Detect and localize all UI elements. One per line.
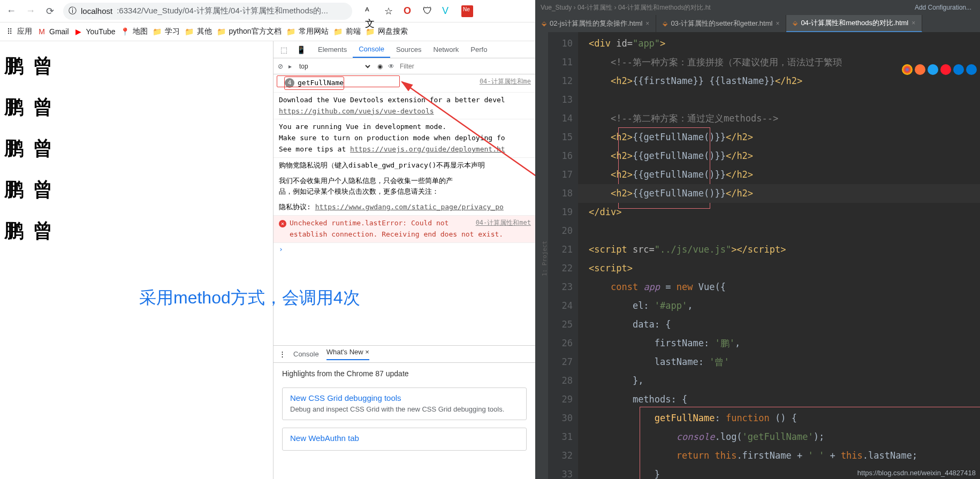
close-icon[interactable]: ×	[365, 348, 369, 356]
breadcrumb[interactable]: Vue_Study › 04-计算属性 › 04-计算属性和methods的对比…	[541, 3, 711, 12]
tab-label: 03-计算属性的setter和getter.html	[671, 19, 772, 28]
context-selector[interactable]: top	[297, 62, 372, 71]
code-line[interactable]: <script src="../js/vue.js"></script>	[578, 240, 980, 259]
code-line[interactable]: data: {	[578, 315, 980, 334]
editor-tab[interactable]: ⬙02-js计算属性的复杂操作.html×	[535, 15, 656, 32]
devtools-link[interactable]: https://github.com/vuejs/vue-devtools	[279, 107, 434, 115]
eye-icon[interactable]: 👁	[388, 63, 394, 70]
drawer-tab-console[interactable]: Console	[293, 350, 319, 358]
ext-ne-icon[interactable]: Ne	[461, 5, 473, 17]
output-heading: 鹏 曾	[4, 177, 269, 203]
deployment-link[interactable]: https://vuejs.org/guide/deployment.ht	[350, 145, 505, 153]
code-line[interactable]: getFullName: function () {	[578, 409, 980, 428]
line-number: 22	[551, 259, 573, 278]
bookmark-label: YouTube	[86, 27, 116, 36]
folder-icon: 📁	[366, 27, 375, 36]
line-number: 31	[551, 428, 573, 446]
devtools-tab-perfo[interactable]: Perfo	[465, 41, 493, 58]
filter-input[interactable]	[400, 63, 531, 70]
drawer-menu-icon[interactable]: ⋮	[279, 350, 286, 358]
whatsnew-card[interactable]: New CSS Grid debugging toolsDebug and in…	[282, 387, 527, 420]
editor-tab[interactable]: ⬙03-计算属性的setter和getter.html×	[656, 15, 786, 32]
error-source-link[interactable]: 04-计算属性和met	[476, 218, 531, 228]
translate-icon[interactable]: ᴬ文	[365, 5, 377, 17]
code-line[interactable]: <h2>{{getFullName()}}</h2>	[578, 128, 980, 147]
code-line[interactable]: console.log('getFullName');	[578, 428, 980, 446]
run-config-selector[interactable]: Add Configuration...	[911, 4, 975, 11]
line-number: 23	[551, 278, 573, 296]
bookmark-item[interactable]: 📁前端	[334, 27, 361, 36]
ext-v-icon[interactable]: V	[442, 5, 454, 17]
url-path: :63342/Vue_Study/04-计算属性/04-计算属性和methods…	[117, 6, 328, 16]
code-line[interactable]: <h2>{{getFullName()}}</h2>	[578, 184, 980, 203]
code-line[interactable]: <div id="app">	[578, 34, 980, 53]
bookmark-star-icon[interactable]: ☆	[384, 5, 396, 17]
code-line[interactable]: <!--第二种方案：通过定义methods-->	[578, 109, 980, 128]
code-area[interactable]: <div id="app"> <!--第一种方案：直接拼接（不建议使用，语法过于…	[578, 32, 980, 479]
tool-tab-project[interactable]: 1: Project	[541, 37, 548, 479]
ext-shield-icon[interactable]: 🛡	[423, 5, 435, 17]
site-info-icon[interactable]: ⓘ	[69, 6, 77, 16]
code-line[interactable]: firstName: '鹏',	[578, 334, 980, 353]
card-desc: Debug and inspect CSS Grid with the new …	[290, 405, 519, 414]
code-line[interactable]: <script>	[578, 259, 980, 278]
drawer-tab-whatsnew[interactable]: What's New ×	[326, 348, 369, 360]
code-line[interactable]: <h2>{{getFullName()}}</h2>	[578, 165, 980, 184]
code-line[interactable]: el: '#app',	[578, 296, 980, 315]
back-button[interactable]: ←	[5, 5, 17, 17]
forward-button[interactable]: →	[25, 5, 36, 17]
log-source-link[interactable]: 04-计算属性和me	[480, 77, 531, 87]
reload-button[interactable]: ⟳	[44, 5, 56, 17]
favicon-icon: M	[37, 27, 46, 36]
folder-icon: 📁	[153, 27, 162, 36]
code-line[interactable]: <h2>{{getFullName()}}</h2>	[578, 147, 980, 165]
privacy-link[interactable]: https://www.gwdang.com/static_page/priva…	[315, 203, 504, 211]
line-number: 10	[551, 34, 573, 53]
bookmark-item[interactable]: 📁学习	[153, 27, 180, 36]
code-line[interactable]: return this.firstName + ' ' + this.lastN…	[578, 446, 980, 465]
card-title: New CSS Grid debugging tools	[290, 393, 519, 402]
close-icon[interactable]: ×	[776, 20, 779, 27]
code-line[interactable]: const app = new Vue({	[578, 278, 980, 296]
devtools-tab-network[interactable]: Network	[428, 41, 465, 58]
line-number: 30	[551, 409, 573, 428]
code-line[interactable]: lastName: '曾'	[578, 353, 980, 371]
line-number: 19	[551, 203, 573, 222]
line-number: 24	[551, 296, 573, 315]
devtools-tab-elements[interactable]: Elements	[312, 41, 353, 58]
ext-opera-icon[interactable]: O	[404, 5, 415, 17]
code-line[interactable]	[578, 90, 980, 109]
folder-icon: 📁	[287, 27, 295, 36]
bookmark-item[interactable]: MGmail	[37, 27, 69, 36]
devtools-tab-console[interactable]: Console	[353, 41, 390, 58]
close-icon[interactable]: ×	[645, 20, 649, 27]
editor-tab[interactable]: ⬙04-计算属性和methods的对比.html×	[786, 15, 922, 32]
code-line[interactable]: <h2>{{firstName}} {{lastName}}</h2>	[578, 72, 980, 90]
code-line[interactable]: </div>	[578, 203, 980, 222]
tab-label: 02-js计算属性的复杂操作.html	[550, 19, 642, 28]
address-bar[interactable]: ⓘ localhost:63342/Vue_Study/04-计算属性/04-计…	[63, 3, 352, 20]
whatsnew-card[interactable]: New WebAuthn tab	[282, 428, 527, 451]
code-line[interactable]: methods: {	[578, 390, 980, 409]
console-message: Download the Vue Devtools extension for …	[274, 93, 535, 120]
bookmark-item[interactable]: 📁其他	[185, 27, 212, 36]
bookmark-item[interactable]: ⠿应用	[5, 27, 32, 36]
bookmark-item[interactable]: 📁网盘搜索	[366, 27, 408, 36]
toggle-device-icon[interactable]: 📱	[295, 44, 307, 56]
clear-console-icon[interactable]: ⊘	[278, 63, 283, 70]
code-line[interactable]: },	[578, 371, 980, 390]
line-number: 20	[551, 222, 573, 240]
code-line[interactable]: <!--第一种方案：直接拼接（不建议使用，语法过于繁琐	[578, 53, 980, 72]
inspect-element-icon[interactable]: ⬚	[278, 44, 290, 56]
bookmark-item[interactable]: 📁常用网站	[287, 27, 329, 36]
bookmark-item[interactable]: 📍地图	[121, 27, 148, 36]
bookmark-item[interactable]: ▶YouTube	[74, 27, 116, 36]
devtools-tab-sources[interactable]: Sources	[390, 41, 428, 58]
code-line[interactable]	[578, 222, 980, 240]
console-prompt[interactable]: ›	[274, 243, 535, 255]
close-icon[interactable]: ×	[911, 19, 915, 27]
console-sidebar-icon[interactable]: ▸	[288, 63, 292, 70]
drawer-body: Highlights from the Chrome 87 update New…	[274, 363, 535, 465]
bookmark-item[interactable]: 📁python官方文档	[217, 27, 282, 36]
folder-icon: 📁	[217, 27, 226, 36]
